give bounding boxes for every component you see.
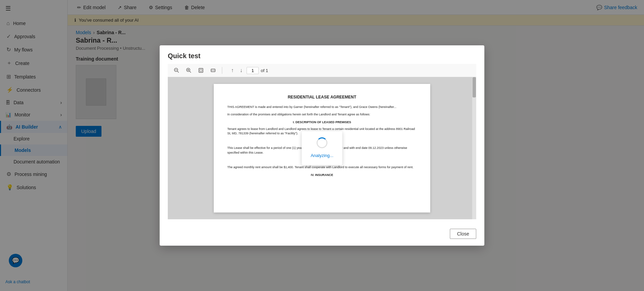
pdf-section-1-title: I. DESCRIPTION OF LEASED PREMISES — [227, 120, 417, 125]
svg-line-4 — [190, 71, 191, 73]
svg-line-1 — [178, 71, 179, 73]
pdf-section-4-title: IV. INSURANCE — [227, 173, 417, 178]
modal-body: ↑ ↓ of 1 RESIDENTIAL LEASE AGREEMENT THI… — [160, 64, 484, 225]
pdf-viewer: ↑ ↓ of 1 RESIDENTIAL LEASE AGREEMENT THI… — [168, 64, 476, 219]
pdf-scrollbar[interactable] — [472, 77, 476, 219]
pdf-scrollbar-thumb[interactable] — [473, 77, 476, 97]
svg-rect-7 — [199, 68, 203, 72]
loading-spinner — [317, 137, 327, 148]
page-total: of 1 — [261, 68, 268, 73]
fit-page-button[interactable] — [196, 66, 206, 74]
page-up-button[interactable]: ↑ — [229, 66, 236, 75]
page-down-button[interactable]: ↓ — [238, 66, 245, 75]
toolbar-separator — [222, 67, 222, 74]
pdf-content-area[interactable]: RESIDENTIAL LEASE AGREEMENT THIS AGREEME… — [168, 77, 476, 219]
zoom-in-button[interactable] — [184, 66, 193, 74]
fit-width-button[interactable] — [208, 66, 218, 74]
quick-test-modal: Quick test — [160, 45, 484, 246]
pdf-para-2: In consideration of the promises and obl… — [227, 112, 417, 117]
modal-footer: Close — [160, 225, 484, 246]
modal-overlay: Quick test — [0, 0, 644, 291]
pdf-section-3-text: The agreed monthly rent amount shall be … — [227, 165, 417, 170]
analyzing-overlay: Analyzing... — [302, 131, 342, 165]
page-navigation: ↑ ↓ of 1 — [229, 66, 268, 75]
modal-title: Quick test — [160, 45, 484, 64]
analyzing-text: Analyzing... — [310, 152, 333, 159]
pdf-toolbar: ↑ ↓ of 1 — [168, 64, 476, 77]
close-button[interactable]: Close — [450, 229, 476, 239]
pdf-page: RESIDENTIAL LEASE AGREEMENT THIS AGREEME… — [214, 84, 430, 212]
pdf-para-1: THIS AGREEMENT is made and entered into … — [227, 105, 417, 110]
pdf-title: RESIDENTIAL LEASE AGREEMENT — [227, 94, 417, 100]
page-number-input[interactable] — [247, 67, 259, 74]
svg-rect-8 — [200, 69, 202, 71]
zoom-out-button[interactable] — [172, 66, 181, 74]
